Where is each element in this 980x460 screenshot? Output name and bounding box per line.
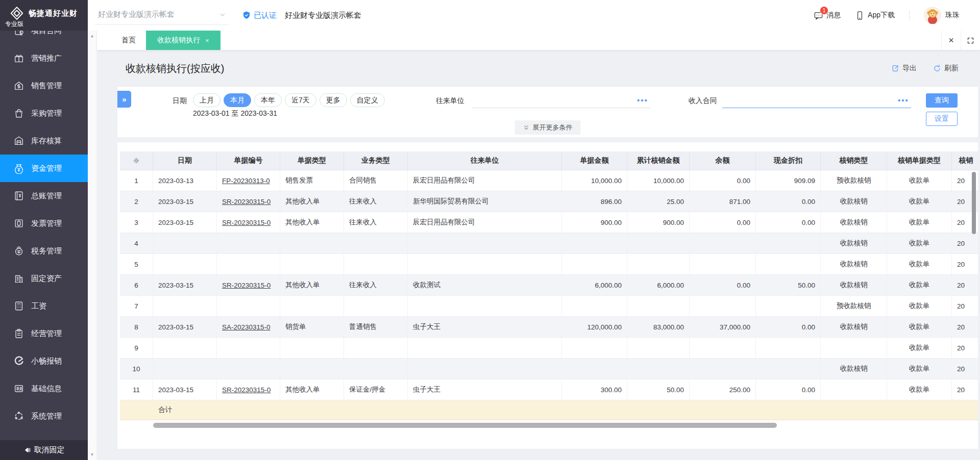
document-number-link[interactable]: SR-20230315-0 bbox=[222, 282, 271, 289]
cell-num: 5 bbox=[120, 254, 153, 274]
horizontal-scrollbar bbox=[120, 422, 972, 429]
sidebar-item-g-circle[interactable]: 小畅报销 bbox=[0, 347, 88, 375]
table-row[interactable]: 4收款核销收款单20 bbox=[120, 233, 978, 254]
account-set-dropdown[interactable]: 好业财专业版演示帐套 bbox=[95, 6, 229, 25]
sidebar-item-building[interactable]: 固定资产 bbox=[0, 265, 88, 292]
sidebar-item-bag[interactable]: 采购管理 bbox=[0, 99, 88, 127]
sidebar-item-calculator[interactable]: 工资 bbox=[0, 292, 88, 320]
user-menu[interactable]: 珠珠 bbox=[924, 7, 960, 24]
table-header-row: 日期单据编号单据类型业务类型往来单位单据金额累计核销金额余额现金折扣核销类型核销… bbox=[120, 151, 978, 170]
cell-verify_clipped: 20 bbox=[952, 275, 978, 295]
chevron-down-icon bbox=[218, 11, 227, 19]
table-row[interactable]: 12023-03-13FP-20230313-0销售发票合同销售辰宏日用品有限公… bbox=[120, 170, 978, 191]
contract-picker-icon[interactable]: ••• bbox=[898, 98, 911, 103]
export-button[interactable]: 导出 bbox=[891, 64, 917, 73]
sidebar-item-warehouse[interactable]: 库存核算 bbox=[0, 127, 88, 155]
column-settings-gear-icon[interactable] bbox=[120, 151, 153, 170]
cell-balance: 0.00 bbox=[690, 170, 756, 191]
document-number-link[interactable]: SR-20230315-0 bbox=[222, 198, 271, 206]
cell-settled_total: 6,000.00 bbox=[627, 275, 690, 295]
collapse-filter-button[interactable]: » bbox=[117, 91, 131, 108]
table-row[interactable]: 5收款核销收款单20 bbox=[120, 254, 978, 275]
date-preset-pill[interactable]: 本月 bbox=[224, 93, 251, 107]
app-window: 畅捷通好业财 专业版 好业财专业版演示帐套 已认证 好业财专业版演示帐套 消息 … bbox=[0, 0, 980, 460]
sidebar-menu: 项目合同营销推广销售管理采购管理库存核算资金管理总账管理发票管理税务管理固定资产… bbox=[0, 31, 88, 440]
sidebar-item-house-dollar[interactable]: 销售管理 bbox=[0, 72, 88, 99]
cell-verify_clipped: 20 bbox=[952, 338, 978, 358]
sidebar-item-tax[interactable]: 税务管理 bbox=[0, 237, 88, 265]
building-icon bbox=[13, 273, 24, 284]
verified-badge: 已认证 bbox=[242, 11, 277, 20]
table-row[interactable]: 62023-03-15SR-20230315-0其他收入单往来收入收款测试6,0… bbox=[120, 275, 978, 296]
partner-input[interactable]: ••• bbox=[472, 93, 650, 108]
cell-verify_type bbox=[821, 338, 887, 358]
topbar-right: 消息 1 App下载 珠珠 bbox=[814, 7, 980, 24]
unpin-sidebar-button[interactable]: 取消固定 bbox=[0, 440, 88, 460]
cell-partner bbox=[408, 338, 562, 358]
date-filter-group: 日期 上月本月本年近7天更多自定义 2023-03-01 至 2023-03-3… bbox=[173, 93, 385, 118]
cell-verify_doc_type: 收款单 bbox=[887, 379, 952, 400]
sidebar-item-clipboard[interactable]: 经营管理 bbox=[0, 320, 88, 347]
date-preset-pill[interactable]: 自定义 bbox=[350, 93, 385, 107]
brand-logo-icon bbox=[9, 6, 24, 21]
document-number-link[interactable]: FP-20230313-0 bbox=[222, 177, 270, 185]
cell-cash_discount: 909.09 bbox=[756, 170, 821, 191]
horizontal-scrollbar-thumb[interactable] bbox=[153, 423, 777, 428]
sidebar-item-invoice[interactable]: 发票管理 bbox=[0, 210, 88, 237]
cell-doc_no bbox=[217, 254, 280, 274]
date-preset-pill[interactable]: 近7天 bbox=[285, 93, 316, 107]
tab-close-icon[interactable]: × bbox=[205, 37, 209, 44]
sidebar-item-ledger[interactable]: 总账管理 bbox=[0, 182, 88, 210]
app-download-button[interactable]: App下载 bbox=[855, 11, 895, 20]
phone-icon bbox=[855, 11, 865, 20]
table-row[interactable]: 22023-03-15SR-20230315-0其他收入单往来收入新华明国际贸易… bbox=[120, 191, 978, 212]
tab-home[interactable]: 首页 bbox=[111, 31, 146, 50]
moneybag-icon bbox=[13, 163, 24, 174]
cell-num: 8 bbox=[120, 317, 153, 337]
date-preset-pill[interactable]: 本年 bbox=[254, 93, 282, 107]
expand-more-conditions-button[interactable]: 展开更多条件 bbox=[515, 120, 581, 135]
cell-balance bbox=[690, 296, 756, 316]
column-header-verify_clipped: 核销 bbox=[952, 151, 978, 170]
sidebar-item-contract[interactable]: 项目合同 bbox=[0, 31, 88, 44]
sidebar-item-sysgear[interactable]: 系统管理 bbox=[0, 402, 88, 430]
table-row[interactable]: 112023-03-15SR-20230315-0其他收入单保证金/押金虫子大王… bbox=[120, 379, 978, 400]
table-row[interactable]: 7预收款核销收款单20 bbox=[120, 296, 978, 317]
tab-receipt-verification[interactable]: 收款核销执行 × bbox=[146, 31, 220, 50]
column-header-partner: 往来单位 bbox=[408, 151, 562, 170]
cell-amount bbox=[562, 233, 627, 253]
document-number-link[interactable]: SR-20230315-0 bbox=[222, 219, 271, 226]
cell-verify_clipped: 20 bbox=[952, 296, 978, 316]
messages-button[interactable]: 消息 1 bbox=[814, 11, 841, 20]
date-range-value[interactable]: 2023-03-01 至 2023-03-31 bbox=[193, 109, 385, 118]
table-row[interactable]: 82023-03-15SA-20230315-0销货单普通销售虫子大王120,0… bbox=[120, 317, 978, 338]
scroll-down-icon[interactable]: ▼ bbox=[90, 452, 94, 457]
sidebar-item-idcard[interactable]: 基础信息 bbox=[0, 375, 88, 402]
settings-button[interactable]: 设置 bbox=[926, 112, 958, 126]
shield-check-icon bbox=[242, 11, 251, 20]
document-number-link[interactable]: SA-20230315-0 bbox=[222, 323, 271, 331]
scroll-up-icon[interactable]: ▲ bbox=[90, 34, 94, 38]
date-preset-pill[interactable]: 上月 bbox=[193, 93, 220, 107]
sidebar-item-moneybag[interactable]: 资金管理 bbox=[0, 155, 88, 182]
table-row[interactable]: 9收款单20 bbox=[120, 338, 978, 359]
sidebar-item-gift[interactable]: 营销推广 bbox=[0, 44, 88, 72]
document-number-link[interactable]: SR-20230315-0 bbox=[222, 386, 271, 394]
search-button[interactable]: 查询 bbox=[926, 93, 958, 108]
cell-amount bbox=[562, 254, 627, 274]
contract-input[interactable]: ••• bbox=[722, 93, 911, 108]
cell-verify_doc_type: 收款单 bbox=[887, 254, 952, 274]
vertical-scrollbar-thumb[interactable] bbox=[972, 172, 976, 234]
table-row[interactable]: 32023-03-15SR-20230315-0其他收入单往来收入辰宏日用品有限… bbox=[120, 212, 978, 233]
sidebar-item-label: 基础信息 bbox=[31, 384, 62, 394]
partner-picker-icon[interactable]: ••• bbox=[637, 98, 650, 103]
sidebar-scrollbar[interactable]: ▲ ▼ bbox=[88, 31, 97, 460]
cell-num: 1 bbox=[120, 170, 153, 191]
cell-verify_doc_type: 收款单 bbox=[887, 275, 952, 295]
date-preset-pill[interactable]: 更多 bbox=[320, 93, 347, 107]
close-all-tabs-button[interactable]: × bbox=[941, 31, 961, 50]
fullscreen-button[interactable] bbox=[961, 31, 980, 50]
sidebar: 项目合同营销推广销售管理采购管理库存核算资金管理总账管理发票管理税务管理固定资产… bbox=[0, 31, 88, 460]
table-row[interactable]: 10收款核销收款单20 bbox=[120, 359, 978, 379]
refresh-button[interactable]: 刷新 bbox=[933, 64, 959, 73]
